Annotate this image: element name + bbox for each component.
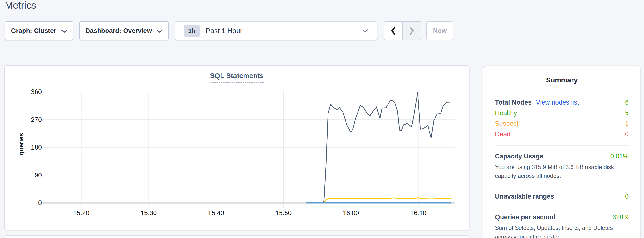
capacity-usage-label: Capacity Usage [495,153,543,160]
capacity-usage-description: You are using 315.9 MiB of 3.6 TiB usabl… [495,163,629,180]
next-chart-card [4,235,469,238]
chevron-down-icon [362,29,368,33]
divider [495,145,629,146]
x-tick-label: 15:50 [267,209,300,217]
divider [495,205,629,206]
total-nodes-row: Total Nodes View nodes list 6 [495,99,629,106]
total-nodes-label: Total Nodes [495,99,532,106]
x-tick-label: 16:10 [402,209,435,217]
healthy-nodes-row: Healthy 5 [495,110,629,116]
suspect-label: Suspect [495,120,518,127]
capacity-usage-row: Capacity Usage 0.01% [495,153,629,160]
chevron-down-icon [157,30,163,33]
graph-dropdown-label: Graph: Cluster [11,27,56,35]
x-tick-label: 15:30 [132,209,166,217]
line-chart-plot[interactable] [4,66,469,230]
graph-dropdown[interactable]: Graph: Cluster [4,21,74,40]
x-tick-label: 15:40 [200,209,233,217]
dashboard-dropdown[interactable]: Dashboard: Overview [80,21,169,40]
queries-per-second-description: Sum of Selects, Updates, Inserts, and De… [495,223,629,238]
next-time-button[interactable] [402,22,421,40]
suspect-nodes-row: Suspect 1 [495,120,629,127]
queries-per-second-label: Queries per second [495,214,556,220]
summary-panel: Summary Total Nodes View nodes list 6 He… [484,66,640,238]
queries-per-second-value: 328.9 [612,214,629,220]
y-tick-label: 270 [25,116,42,124]
divider [495,184,629,184]
now-button-label: Now [433,27,447,35]
time-pager-group [384,21,421,40]
metrics-page: Metrics Graph: Cluster Dashboard: Overvi… [0,0,644,238]
y-tick-label: 360 [25,88,42,96]
time-range-selector[interactable]: 1h Past 1 Hour [175,21,378,40]
capacity-usage-value: 0.01% [610,153,629,160]
unavailable-ranges-value: 0 [625,193,629,200]
y-tick-label: 180 [25,144,42,151]
sql-statements-chart-card: SQL Statements queries 09018027036015:20… [4,66,469,230]
chevron-right-icon [409,27,414,35]
view-nodes-list-link[interactable]: View nodes list [536,99,579,106]
y-tick-label: 90 [25,172,42,179]
suspect-value: 1 [625,120,629,127]
x-tick-label: 15:20 [64,209,98,217]
summary-panel-title: Summary [495,76,629,84]
dead-label: Dead [495,131,510,138]
dead-value: 0 [625,131,629,138]
previous-time-button[interactable] [384,22,402,40]
unavailable-ranges-label: Unavailable ranges [495,193,554,200]
chart-series-yellow-line [306,198,451,203]
chevron-down-icon [61,30,67,33]
healthy-value: 5 [625,110,629,116]
time-range-label: Past 1 Hour [206,27,242,35]
page-title: Metrics [5,0,36,11]
queries-per-second-row: Queries per second 328.9 [495,214,629,220]
chevron-left-icon [390,27,396,35]
y-tick-label: 0 [25,199,42,207]
healthy-label: Healthy [495,110,517,116]
dashboard-dropdown-label: Dashboard: Overview [86,27,152,35]
time-range-badge: 1h [184,25,200,37]
total-nodes-value: 6 [625,99,629,106]
x-tick-label: 16:00 [334,209,368,217]
dead-nodes-row: Dead 0 [495,131,629,138]
unavailable-ranges-row: Unavailable ranges 0 [495,193,629,200]
now-button[interactable]: Now [426,21,453,40]
